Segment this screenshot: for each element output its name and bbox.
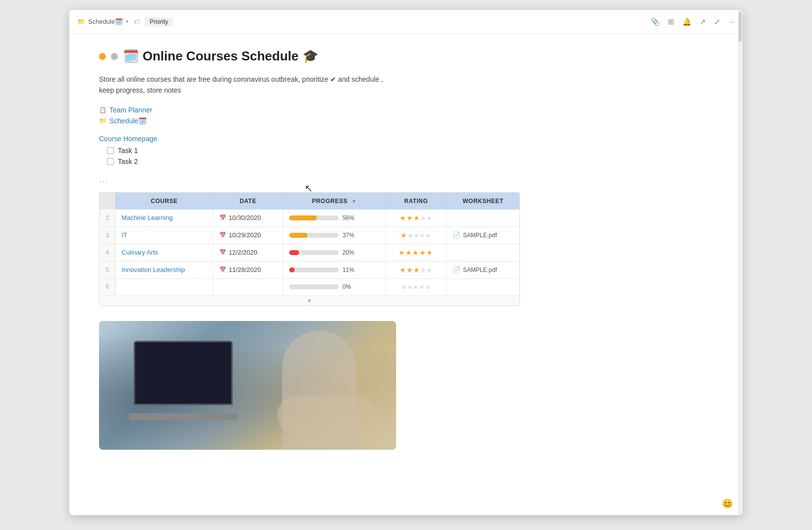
schedule-link[interactable]: 📁 Schedule🗓️ (99, 117, 713, 125)
schedule-label: Schedule🗓️ (109, 117, 147, 125)
chevron-down-icon: ▾ (126, 18, 129, 25)
description-text: Store all online courses that are free d… (99, 74, 396, 96)
share-icon[interactable]: ↗ (700, 17, 706, 26)
star-empty: ★ (419, 232, 425, 239)
course-cell[interactable]: IT (115, 226, 213, 244)
header-worksheet[interactable]: WORKSHEET (447, 193, 519, 210)
page-title-row: 🗓️ Online Courses Schedule 🎓 (99, 49, 713, 64)
header-course[interactable]: COURSE (115, 193, 213, 210)
page-title: 🗓️ Online Courses Schedule 🎓 (123, 49, 318, 64)
table-row: 3IT📅10/29/2020 37% ★★★★★📄SAMPLE.pdf (100, 226, 519, 244)
header-rating[interactable]: RATING (386, 193, 447, 210)
rating-cell: ★★★★★ (386, 226, 447, 244)
progress-pct: 20% (343, 249, 356, 256)
page-title-text: Online Courses Schedule (143, 49, 299, 64)
team-planner-link[interactable]: 📋 Team Planner (99, 106, 713, 114)
course-link[interactable]: IT (122, 231, 128, 239)
course-homepage-link[interactable]: Course Homepage (99, 135, 713, 143)
star-empty: ★ (407, 283, 413, 291)
priority-tag[interactable]: Priority (145, 17, 173, 26)
emoji-button[interactable]: 😊 (722, 498, 733, 509)
star-filled: ★ (419, 249, 426, 257)
star-filled: ★ (413, 266, 420, 274)
image-section (99, 321, 396, 450)
star-empty: ★ (425, 283, 431, 291)
worksheet-link[interactable]: 📄SAMPLE.pdf (453, 231, 513, 239)
main-window: 📁 Schedule🗓️ ▾ 🏷 Priority 📎 ⊞ 🔔 ↗ ⤢ ··· … (69, 10, 743, 515)
star-filled: ★ (399, 249, 406, 257)
bell-icon[interactable]: 🔔 (682, 17, 692, 26)
progress-cell: 11% (283, 261, 386, 278)
star-filled: ★ (400, 214, 406, 222)
dots-menu[interactable]: ··· (99, 177, 713, 186)
table: COURSE DATE PROGRESS ▼ RATING (100, 193, 519, 295)
row-number: 6 (100, 278, 115, 295)
clipboard-icon: 📋 (99, 106, 106, 113)
file-icon: 📄 (453, 266, 460, 273)
worksheet-name[interactable]: SAMPLE.pdf (463, 266, 497, 273)
task-1-label: Task 1 (118, 147, 138, 155)
grid-icon[interactable]: ⊞ (668, 17, 674, 26)
date-cell: 📅10/30/2020 (213, 210, 283, 227)
header-num (100, 193, 115, 210)
course-cell[interactable] (115, 278, 213, 295)
folder-icon: 📁 (77, 18, 85, 25)
breadcrumb-schedule[interactable]: Schedule🗓️ (88, 18, 123, 25)
progress-cell: 0% (283, 278, 386, 295)
links-section: 📋 Team Planner 📁 Schedule🗓️ (99, 106, 713, 125)
date-cell: 📅12/2/2020 (213, 244, 283, 261)
star-filled: ★ (406, 214, 413, 222)
calendar-cell-icon: 📅 (219, 249, 226, 256)
file-icon: 📄 (453, 231, 460, 239)
rating-cell: ★★★★★ (386, 278, 447, 295)
dot-orange (99, 53, 106, 60)
header-progress[interactable]: PROGRESS ▼ (283, 193, 386, 210)
star-empty: ★ (419, 283, 425, 291)
calendar-cell-icon: 📅 (219, 232, 226, 238)
course-link[interactable]: Innovation Leadership (122, 266, 185, 273)
worksheet-link[interactable]: 📄SAMPLE.pdf (453, 266, 513, 273)
scrollbar-thumb[interactable] (739, 12, 742, 42)
table-row: 6 0% ★★★★★ (100, 278, 519, 295)
rating-cell: ★★★★★ (386, 210, 447, 227)
course-cell[interactable]: Innovation Leadership (115, 261, 213, 278)
row-number: 2 (100, 210, 115, 227)
task-1-checkbox[interactable] (107, 147, 114, 154)
pin-icon[interactable]: 📎 (651, 17, 660, 26)
progress-pct: 0% (343, 283, 356, 290)
star-filled: ★ (401, 231, 407, 239)
table-header: COURSE DATE PROGRESS ▼ RATING (100, 193, 519, 210)
header-date[interactable]: DATE (213, 193, 283, 210)
table-body: 2Machine Learning📅10/30/2020 56% ★★★★★3I… (100, 210, 519, 295)
task-2-checkbox[interactable] (107, 158, 114, 165)
star-empty: ★ (426, 266, 432, 274)
course-cell[interactable]: Machine Learning (115, 210, 213, 227)
date-value: 10/30/2020 (229, 214, 261, 221)
date-cell: 📅11/28/2020 (213, 261, 283, 278)
rating-cell: ★★★★★ (386, 244, 447, 261)
breadcrumb[interactable]: 📁 Schedule🗓️ ▾ (77, 18, 129, 25)
main-content: 🗓️ Online Courses Schedule 🎓 Store all o… (69, 34, 743, 515)
worksheet-cell (447, 278, 519, 295)
table-scroll-indicator: ▼ (100, 295, 519, 306)
course-link[interactable]: Machine Learning (122, 214, 173, 221)
calendar-cell-icon: 📅 (219, 214, 226, 221)
progress-bar (289, 233, 339, 238)
worksheet-name[interactable]: SAMPLE.pdf (463, 232, 497, 239)
laptop-graphic (129, 341, 238, 420)
expand-icon[interactable]: ⤢ (714, 17, 720, 26)
worksheet-cell (447, 210, 519, 227)
star-empty: ★ (413, 232, 419, 239)
filter-icon[interactable]: ▼ (352, 199, 356, 204)
scrollbar[interactable] (738, 10, 743, 515)
laptop-base (129, 413, 238, 420)
row-number: 5 (100, 261, 115, 278)
course-cell[interactable]: Culinary Arts (115, 244, 213, 261)
more-icon[interactable]: ··· (728, 17, 735, 26)
task-1-item: Task 1 (107, 147, 713, 155)
dot-gray (111, 53, 118, 60)
course-link[interactable]: Culinary Arts (122, 249, 158, 256)
progress-bar (289, 215, 339, 220)
date-value: 10/29/2020 (229, 231, 261, 239)
progress-fill (289, 250, 299, 255)
